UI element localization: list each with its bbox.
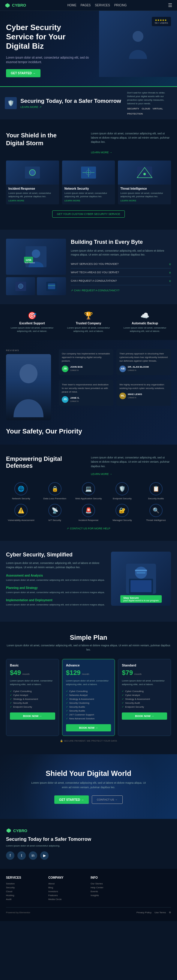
service-link-2[interactable]: LEARN MORE [120,199,169,202]
plan-period-2: /month [134,673,142,676]
social-facebook[interactable]: f [6,851,14,860]
service-label-9: Threat Intelligence [141,519,171,522]
footer-tagline: Securing Today for a Safer Tomorrow [6,836,171,843]
footer-terms[interactable]: Use Terms [155,911,166,914]
service-link-1[interactable]: LEARN MORE [65,199,113,202]
feature-item: Security Audits [66,709,111,713]
footer-link[interactable]: Features [48,893,86,897]
get-service-button[interactable]: GET YOUR CUSTOM CYBER SECURITY SERVICE [52,210,125,218]
simplified-feature-1: Planning and Strategy Lorem ipsum dolor … [6,586,106,594]
footer-settings-icon[interactable]: ⚙ [169,911,171,914]
service-card-threat: Threat Intelligence Lorem ipsum dolor si… [118,161,171,204]
banner-icon: 🛡️ [5,97,17,109]
feature-item: Strategy & Assessment [66,697,111,701]
consult-button[interactable]: ↗ CAN I REQUEST A CONSULTANCY? [71,289,171,292]
plan-price-1: $129 [66,669,81,676]
hero-cta-button[interactable]: GET STARTED → [6,69,41,77]
service-link-0[interactable]: LEARN MORE [8,199,57,202]
feature-desc-1: Lorem ipsum dolor sit amet, consectetur … [62,326,115,333]
network-icon: 🌐 [14,482,28,495]
book-button-standard[interactable]: BOOK NOW → [122,713,167,720]
feature-item: Security Audit [122,701,167,705]
trusted-icon: 🏆 [62,312,115,320]
logo[interactable]: CYBRO [5,3,26,8]
footer-link[interactable]: Help Center [91,886,129,889]
footer-link[interactable]: Hosting [6,893,44,897]
pricing-grid: Basic $49 /month Lorem ipsum dolor sit a… [6,659,171,736]
footer-link[interactable]: Insights [91,893,129,897]
shield-learn-more[interactable]: LEARN MORE → [91,151,112,154]
contact-help-link[interactable]: ↗ CONTACT US FOR MORE HELP [6,527,171,530]
accordion-item-0[interactable]: WHAT SERVICES DO YOU PROVIDE? ∨ [71,260,171,269]
feature-item: Cyber Analyst [10,693,55,697]
service-label-2: Web Application Security [74,497,103,500]
services-icons-grid: 🌐 Network Security 🔒 Data Loss Preventio… [6,482,171,522]
review-card-0: Our company has implemented a remarkable… [59,349,114,375]
footer-link[interactable]: About [48,882,86,886]
accordion-item-2[interactable]: CAN I REQUEST A CONSULTATION? ∨ [71,277,171,285]
plan-name-1: Advance [66,663,111,667]
reviewer-name-3: MIKE LEWIS [128,393,142,396]
footer-link[interactable]: Cloud [6,889,44,893]
footer-link[interactable]: Events [91,889,129,893]
book-button-advance[interactable]: BOOK NOW → [66,724,111,732]
nav-pricing[interactable]: PRICING [114,3,127,7]
shield-digital-contact-button[interactable]: CONTACT US → [92,795,123,804]
feature-item: Networks Analyst [66,693,111,697]
footer-col-company: COMPANY About Blog Investors Features Me… [48,876,86,901]
review-text-3: We highly recommend to any organization … [119,383,168,390]
footer-col-services: SERVICES Solution Security Cloud Hosting… [6,876,44,901]
simplified-feature-title-1: Planning and Strategy [6,586,106,590]
service-img-incident [6,161,59,185]
social-twitter[interactable]: t [17,851,26,860]
simplified-title: Cyber Security, Simplified [6,552,106,558]
book-button-basic[interactable]: BOOK NOW → [10,713,55,720]
footer-privacy[interactable]: Privacy Policy [136,911,152,914]
nav-home[interactable]: HOME [68,3,76,7]
trust-small-image-1 [6,277,35,295]
svg-point-3 [29,170,35,175]
avatar-1: AB [119,366,126,372]
footer-grid: SERVICES Solution Security Cloud Hosting… [6,876,171,901]
feature-title-0: Excellent Support [6,321,58,325]
audit-icon: 📋 [149,482,163,495]
plan-features-1: Cyber Consulting Networks Analyst Strate… [66,689,111,721]
footer-logo: CYBRO [6,828,171,833]
footer-link[interactable]: Audit [6,897,44,901]
footer-link[interactable]: Blog [48,886,86,889]
footer-link[interactable]: Investors [48,889,86,893]
footer-link[interactable]: Security [6,886,44,889]
svg-point-17 [18,284,23,289]
simplified-feature-0: Assessment and Analysis Lorem ipsum dolo… [6,574,106,582]
svg-rect-26 [135,570,147,571]
accordion-item-1[interactable]: WHAT TECH AREAS DO YOU SERVE? ∨ [71,269,171,277]
backup-icon: ☁️ [119,312,171,320]
footer-link[interactable]: Our Stories [91,882,129,886]
menu-icon[interactable]: ☰ [168,2,172,8]
nav-pages[interactable]: PAGES [81,3,91,7]
social-linkedin[interactable]: in [29,851,37,860]
service-icon-managed: 🔐 Managed Security [107,504,137,522]
social-youtube[interactable]: ▶ [40,851,49,860]
empowering-learn-more[interactable]: LEARN MORE → [91,473,112,476]
shield-digital-cta-button[interactable]: GET STARTED → [54,795,89,804]
service-img-network [62,161,115,185]
plan-name-0: Basic [10,663,55,667]
shield-digital-section: Shield Your Digital World Lorem ipsum do… [0,754,177,819]
simplified-feature-desc-2: Lorem ipsum dolor sit amet, consectetur … [6,603,106,607]
banner-tags: SECURITY CLOUD VIRTUAL PROTECTION [127,107,172,115]
stay-secure-badge: Stay Secure your digital world is in our… [120,595,162,603]
managed-icon: 🔐 [115,504,129,517]
hero-stars: ★★★★★ 5K+ USERS [152,17,171,26]
feature-trusted: 🏆 Trusted Company Lorem ipsum dolor sit … [62,312,115,333]
feature-item: Security Clustering [66,701,111,705]
banner-learn-more[interactable]: LEARN MORE ↗ [21,105,121,108]
footer-link[interactable]: Media Circle [48,897,86,901]
footer-heading-info: INFO [91,876,129,879]
avatar-0: JB [62,366,68,372]
simplified-section: Cyber Security, Simplified Lorem ipsum d… [0,541,177,622]
footer-link[interactable]: Solution [6,882,44,886]
feature-title-1: Trusted Company [62,321,115,325]
service-desc-1: Lorem ipsum dolor sit amet, consectetur … [65,191,113,198]
nav-services[interactable]: SERVICES [95,3,110,7]
